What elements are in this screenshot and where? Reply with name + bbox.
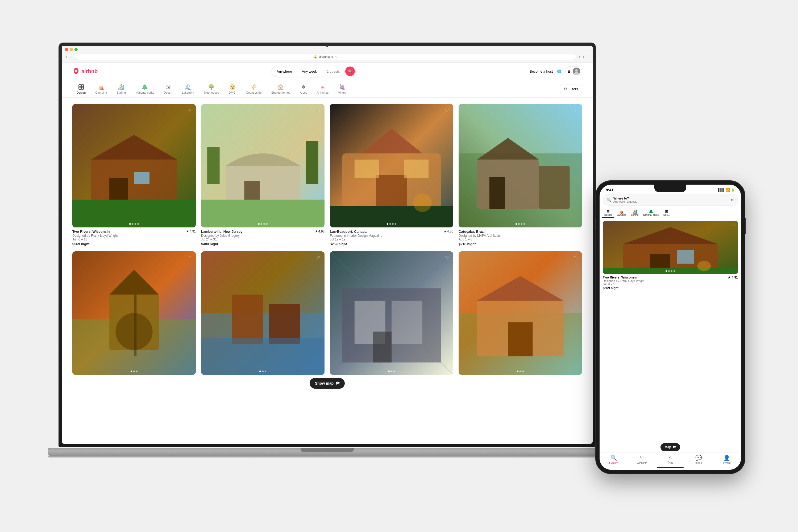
wishlist-button-8[interactable]: ♡ (572, 254, 580, 262)
wishlist-button-6[interactable]: ♡ (315, 254, 322, 262)
any-week-pill[interactable]: Any week (297, 67, 322, 76)
phone-cat-national-parks[interactable]: 🌲 National parks (641, 208, 661, 218)
phone-property-card[interactable]: ♡ Two Rivers, Wisconsin ★ 4.91 Designed … (603, 221, 738, 290)
property-card-4[interactable]: ♡ Catuçaba, Brazil (459, 104, 582, 246)
category-shared-homes[interactable]: 🏠 Shared homes (267, 80, 294, 97)
category-omg[interactable]: 😮 OMG! (224, 80, 241, 97)
wishlist-button-4[interactable]: ♡ (572, 107, 580, 114)
close-button[interactable] (65, 48, 68, 51)
phone-body: 9:41 ▌▌▌ 📶 🔋 🔍 Where to? Any week · 2 gu… (596, 181, 745, 474)
phone-wishlist-button[interactable]: ♡ (732, 223, 736, 227)
search-bar[interactable]: Anywhere Any week 2 guests 🔍 (271, 66, 356, 77)
map-icon: 🗺 (336, 381, 339, 385)
forward-button[interactable]: › (70, 54, 73, 59)
property-card-7[interactable]: ♡ (330, 251, 453, 377)
filters-button[interactable]: ⚙ Filters (560, 84, 582, 93)
site-header: airbnb Anywhere Any week 2 guests 🔍 (62, 62, 593, 80)
phone-surfing-icon: 🏄 (632, 209, 637, 214)
vineyards-label: Vinery (338, 91, 346, 94)
airbnb-logo: airbnb (72, 68, 98, 75)
phone-search-icon: 🔍 (607, 198, 611, 202)
property-image-8: ♡ (459, 251, 582, 375)
property-dates-3: Jul 12 – 19 (330, 238, 453, 241)
phone-design-label: Design (604, 214, 612, 216)
show-map-button[interactable]: Show map 🗺 (310, 378, 345, 388)
trips-label: Trips (667, 461, 673, 464)
inbox-icon: 💬 (695, 455, 702, 461)
phone-cat-design[interactable]: ⊞ Design (602, 208, 614, 218)
category-design[interactable]: Design (72, 80, 90, 97)
phone-cat-more[interactable]: ⊞ Des... (661, 208, 672, 218)
wishlist-button-5[interactable]: ♡ (186, 254, 193, 262)
property-dates-4: Aug 1 – 8 (459, 238, 582, 241)
svg-rect-41 (232, 294, 263, 344)
svg-point-1 (575, 69, 578, 72)
sidebar-icon[interactable]: ⊡ (587, 55, 589, 59)
phone-cat-camping[interactable]: ⛺ Camping (614, 208, 628, 218)
phone-map-icon: 🗺 (673, 445, 676, 449)
phone-nav-trips[interactable]: ⌂ Trips (656, 455, 684, 464)
anywhere-pill[interactable]: Anywhere (272, 67, 297, 76)
wishlist-button-1[interactable]: ♡ (186, 107, 193, 114)
url-text: airbnb.com (318, 55, 333, 58)
wishlist-button-2[interactable]: ♡ (315, 107, 322, 114)
surfing-icon: 🏄 (118, 84, 124, 90)
phone-property-image: ♡ (603, 221, 738, 274)
category-countryside[interactable]: 🌾 Countryside (242, 80, 266, 97)
become-host-link[interactable]: Become a host (530, 70, 553, 73)
property-location-3: Lac-Beauport, Canada (330, 230, 366, 233)
phone-nav-wishlists[interactable]: ♡ Wishlists (628, 455, 656, 464)
category-surfing[interactable]: 🏄 Surfing (112, 80, 130, 97)
property-card-1[interactable]: ♡ Two Rivers, Wisconsin ★ 4.91 (72, 104, 196, 246)
category-lakefront[interactable]: 🌊 Lakefront (178, 80, 198, 97)
property-info-5 (72, 375, 196, 377)
property-card-6[interactable]: ♡ (201, 251, 324, 377)
phone-map-button[interactable]: Map 🗺 (661, 443, 680, 451)
property-location-1: Two Rivers, Wisconsin (72, 230, 110, 233)
property-image-2: ♡ (201, 104, 324, 227)
newtab-icon[interactable]: + (582, 55, 584, 59)
fullscreen-button[interactable] (75, 48, 78, 51)
phone-filter-icon[interactable]: ⚙ (730, 198, 734, 202)
property-card-3[interactable]: ♡ Lac-Beauport, Canada ★ 4.86 (330, 104, 453, 246)
laptop-base (48, 448, 607, 457)
property-card-2[interactable]: ♡ Lambertville, New Jersey ★ 4.98 (201, 104, 324, 246)
phone-power-button (745, 218, 746, 234)
category-arctic[interactable]: ❄ Arctic (296, 80, 311, 97)
address-bar[interactable]: 🔒 airbnb.com ↻ (75, 53, 576, 60)
explore-label: Explore (609, 461, 618, 464)
category-camping[interactable]: ⛺ Camping (91, 80, 111, 97)
phone-cat-surfing[interactable]: 🏄 Surfing (629, 208, 641, 218)
property-price-4: $216 night (459, 242, 582, 246)
user-menu[interactable]: ☰ (566, 66, 582, 76)
category-desert[interactable]: 🏜 Desert (159, 80, 176, 97)
minimize-button[interactable] (70, 48, 73, 51)
wifi-icon: 📶 (726, 188, 730, 192)
wishlist-button-3[interactable]: ♡ (443, 107, 451, 114)
scene: ‹ › 🔒 airbnb.com ↻ ↑ + ⊡ (26, 26, 772, 506)
property-card-5[interactable]: ♡ (72, 251, 196, 377)
category-national-parks[interactable]: 🌲 National parks (131, 80, 158, 97)
search-button[interactable]: 🔍 (345, 66, 355, 76)
phone-nav-profile[interactable]: 👤 Profile (713, 455, 741, 464)
wishlist-button-7[interactable]: ♡ (443, 254, 451, 262)
category-a-frames[interactable]: 🔺 A-frames (312, 80, 333, 97)
category-vineyards[interactable]: 🍇 Vinery (334, 80, 350, 97)
phone-nav-inbox[interactable]: 💬 Inbox (684, 455, 712, 464)
arctic-label: Arctic (300, 91, 307, 94)
wishlists-label: Wishlists (637, 461, 647, 464)
phone-search-bar[interactable]: 🔍 Where to? Any week · 2 guests ⚙ (603, 194, 738, 206)
property-card-8[interactable]: ♡ (459, 251, 582, 377)
svg-rect-38 (134, 294, 136, 356)
back-button[interactable]: ‹ (65, 54, 68, 59)
share-icon[interactable]: ↑ (578, 55, 581, 59)
globe-icon[interactable]: 🌐 (557, 70, 561, 73)
property-info-4: Catuçaba, Brazil Designed by MAPA Archit… (459, 227, 582, 246)
phone-property-dates: Jun 6 – 13 (603, 283, 738, 286)
svg-rect-43 (201, 338, 324, 375)
svg-rect-49 (373, 332, 392, 363)
guests-pill[interactable]: 2 guests (322, 67, 345, 76)
phone-nav-explore[interactable]: 🔍 Explore (600, 455, 628, 464)
phone-status-icons: ▌▌▌ 📶 🔋 (719, 188, 735, 192)
category-treehouses[interactable]: 🌳 Treehouses (200, 80, 224, 97)
